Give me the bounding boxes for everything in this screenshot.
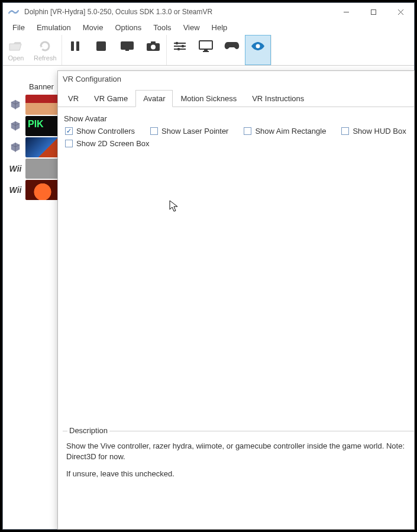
toolbar-open[interactable]: Open [3, 35, 29, 65]
toolbar-controllers[interactable] [219, 35, 245, 65]
sliders-icon [173, 39, 187, 53]
fullscreen-icon [119, 39, 135, 53]
tab-strip: VR VR Game Avatar Motion Sickness VR Ins… [58, 89, 414, 107]
pause-icon [69, 39, 82, 53]
gamecube-icon [5, 137, 25, 157]
game-thumb [25, 95, 60, 115]
svg-point-15 [256, 44, 260, 48]
toolbar: Open Refresh [3, 35, 414, 66]
toolbar-open-label: Open [8, 54, 24, 62]
tab-vr-game[interactable]: VR Game [86, 90, 135, 107]
checkbox-icon [341, 127, 349, 135]
svg-point-7 [151, 44, 156, 49]
gamecube-icon [5, 95, 25, 115]
close-button[interactable] [387, 3, 414, 21]
toolbar-screenshot[interactable] [140, 35, 166, 65]
main-window: Dolphin [VR-Hydra] 5.0-250, Oculus SDK 1… [2, 2, 415, 530]
checkbox-icon [244, 127, 251, 135]
checkbox-label: Show Aim Rectangle [255, 127, 326, 136]
monitor-icon [198, 39, 214, 53]
tab-avatar[interactable]: Avatar [135, 90, 173, 107]
stop-icon [95, 39, 107, 53]
toolbar-config[interactable] [167, 35, 193, 65]
tab-vr[interactable]: VR [60, 90, 86, 107]
description-title: Description [67, 426, 109, 435]
child-window-title: VR Configuration [58, 71, 414, 86]
svg-rect-8 [151, 41, 156, 44]
maximize-button[interactable] [360, 3, 387, 21]
checkbox-label: Show Laser Pointer [161, 127, 228, 136]
mouse-cursor-icon [169, 200, 179, 213]
menu-emulation[interactable]: Emulation [31, 21, 77, 35]
svg-rect-4 [121, 41, 134, 50]
description-line-1: Show the Vive controller, razer hydra, w… [66, 441, 410, 462]
folder-open-icon [8, 39, 24, 53]
toolbar-graphics[interactable] [193, 35, 219, 65]
vr-configuration-window: VR Configuration VR VR Game Avatar Motio… [57, 70, 415, 530]
menu-tools[interactable]: Tools [147, 21, 177, 35]
svg-rect-1 [71, 41, 74, 51]
gamecube-icon [5, 116, 25, 136]
checkbox-show-aim-rectangle[interactable]: Show Aim Rectangle [244, 127, 326, 136]
svg-rect-13 [204, 50, 208, 51]
toolbar-pause[interactable] [62, 35, 88, 65]
game-row[interactable] [5, 137, 62, 158]
wii-icon: Wii [5, 180, 25, 200]
description-group: Description Show the Vive controller, ra… [63, 431, 414, 529]
game-thumb [25, 116, 60, 136]
toolbar-fullscreen[interactable] [114, 35, 140, 65]
toolbar-stop[interactable] [88, 35, 114, 65]
window-title: Dolphin [VR-Hydra] 5.0-250, Oculus SDK 1… [24, 8, 332, 16]
checkbox-icon [150, 127, 158, 135]
svg-rect-14 [203, 51, 209, 52]
camera-icon [146, 39, 161, 53]
gamepad-icon [224, 39, 240, 53]
checkbox-icon [65, 140, 73, 147]
svg-point-9 [175, 41, 178, 44]
menu-help[interactable]: Help [206, 21, 234, 35]
checkbox-label: Show Controllers [76, 127, 135, 136]
checkbox-show-hud-box[interactable]: Show HUD Box [341, 127, 406, 136]
svg-rect-3 [96, 41, 106, 51]
menu-options[interactable]: Options [109, 21, 147, 35]
toolbar-refresh[interactable]: Refresh [29, 35, 62, 65]
eye-icon [250, 39, 266, 53]
menu-movie[interactable]: Movie [77, 21, 109, 35]
tab-motion-sickness[interactable]: Motion Sickness [173, 90, 244, 107]
titlebar: Dolphin [VR-Hydra] 5.0-250, Oculus SDK 1… [3, 3, 414, 21]
toolbar-refresh-label: Refresh [34, 54, 57, 62]
column-header-banner[interactable]: Banner [29, 82, 54, 91]
svg-rect-5 [125, 50, 129, 51]
refresh-icon [38, 39, 52, 53]
checkbox-show-2d-screen-box[interactable]: Show 2D Screen Box [65, 139, 150, 148]
svg-point-10 [181, 44, 184, 47]
checkbox-icon [65, 127, 73, 135]
checkbox-show-controllers[interactable]: Show Controllers [65, 127, 135, 136]
app-icon [8, 8, 21, 15]
game-row[interactable]: Wii [5, 158, 62, 179]
game-thumb [25, 180, 60, 200]
game-row[interactable] [5, 115, 62, 137]
menubar: File Emulation Movie Options Tools View … [3, 21, 414, 35]
game-row[interactable] [5, 94, 62, 115]
tab-vr-instructions[interactable]: VR Instructions [244, 90, 312, 107]
minimize-button[interactable] [332, 3, 360, 21]
game-thumb [25, 137, 60, 157]
group-title: Show Avatar [63, 112, 409, 127]
toolbar-vr[interactable] [245, 35, 271, 65]
menu-file[interactable]: File [7, 21, 31, 35]
game-list: Wii Wii [5, 94, 62, 201]
svg-rect-0 [371, 9, 376, 14]
game-thumb [25, 159, 60, 179]
checkbox-show-laser-pointer[interactable]: Show Laser Pointer [150, 127, 228, 136]
svg-point-11 [177, 47, 180, 50]
svg-rect-12 [199, 41, 212, 49]
game-row[interactable]: Wii [5, 179, 62, 201]
checkbox-label: Show 2D Screen Box [76, 139, 150, 148]
description-line-2: If unsure, leave this unchecked. [66, 469, 410, 479]
wii-icon: Wii [5, 159, 25, 179]
menu-view[interactable]: View [177, 21, 206, 35]
svg-rect-2 [76, 41, 79, 51]
checkbox-label: Show HUD Box [353, 127, 406, 136]
show-avatar-group: Show Avatar Show Controllers Show Laser … [58, 107, 414, 148]
